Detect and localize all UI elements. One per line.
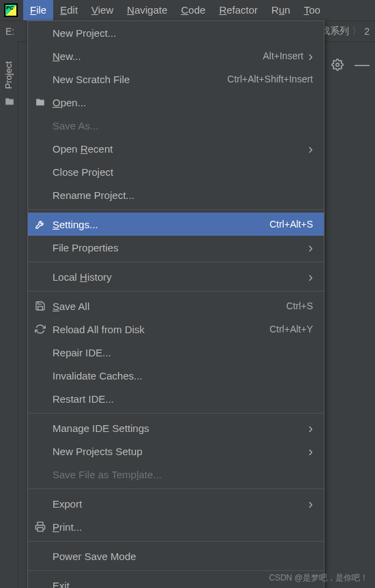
menu-item-label: Close Project	[52, 166, 313, 178]
menu-item-label: File Properties	[52, 242, 303, 253]
menu-item-export[interactable]: Export›	[28, 492, 324, 515]
menu-item-new[interactable]: New...Alt+Insert›	[28, 44, 324, 67]
menu-item-label: Save As...	[52, 120, 313, 131]
project-tool-tab[interactable]: Project	[3, 61, 14, 89]
chevron-right-icon: ›	[303, 420, 313, 436]
menu-item-label: New Projects Setup	[52, 446, 303, 457]
breadcrumb-drive: E:	[5, 26, 14, 37]
menu-file[interactable]: File	[23, 0, 53, 20]
menu-item-shortcut: Alt+Insert	[262, 50, 303, 61]
menu-item-label: New Project...	[52, 27, 313, 39]
breadcrumb-part[interactable]: 戏系列	[320, 25, 349, 37]
file-menu-dropdown: New Project...New...Alt+Insert›New Scrat…	[27, 20, 325, 588]
menu-item-shortcut: Ctrl+Alt+Y	[269, 324, 313, 335]
minimize-icon[interactable]: —	[355, 61, 370, 68]
menubar: PC FileEditViewNavigateCodeRefactorRunTo…	[0, 0, 375, 21]
menu-item-save-all[interactable]: Save AllCtrl+S	[28, 294, 324, 318]
chevron-right-icon: ›	[303, 269, 313, 285]
menu-item-repair-ide[interactable]: Repair IDE...	[28, 341, 324, 364]
toolbar-right: —	[331, 59, 370, 71]
menu-item-rename-project[interactable]: Rename Project...	[28, 183, 324, 206]
menu-item-shortcut: Ctrl+S	[286, 300, 313, 311]
tool-window-rail: Project	[0, 41, 18, 588]
menu-separator	[28, 209, 324, 210]
menu-refactor[interactable]: Refactor	[212, 0, 265, 20]
menu-item-label: Open...	[52, 97, 313, 108]
menu-code[interactable]: Code	[175, 0, 213, 20]
menu-item-save-as: Save As...	[28, 114, 324, 137]
folder-icon	[35, 97, 48, 107]
save-icon	[35, 300, 48, 311]
menu-separator	[28, 489, 324, 489]
menu-item-invalidate-caches[interactable]: Invalidate Caches...	[28, 364, 324, 387]
menu-navigate[interactable]: Navigate	[120, 0, 174, 20]
menu-edit[interactable]: Edit	[53, 0, 85, 20]
svg-point-0	[336, 63, 340, 67]
menu-item-print[interactable]: Print...	[28, 515, 324, 538]
menu-item-settings[interactable]: Settings...Ctrl+Alt+S	[28, 213, 324, 236]
gear-icon[interactable]	[331, 59, 344, 71]
menu-item-label: Reload All from Disk	[52, 324, 269, 335]
menu-item-new-project[interactable]: New Project...	[28, 21, 324, 44]
menu-separator	[28, 570, 324, 571]
breadcrumb: E:	[5, 26, 14, 37]
menu-item-label: Save File as Template...	[52, 469, 313, 480]
menu-item-label: Rename Project...	[52, 189, 313, 201]
menu-item-label: Manage IDE Settings	[52, 422, 303, 434]
svg-rect-1	[38, 527, 43, 531]
menu-item-shortcut: Ctrl+Alt+Shift+Insert	[227, 74, 313, 84]
chevron-right-icon: ›	[303, 444, 313, 459]
menu-view[interactable]: View	[85, 0, 120, 20]
chevron-right-icon: ›	[303, 48, 313, 64]
menu-separator	[28, 541, 324, 542]
watermark: CSDN @是梦吧，是你吧！	[269, 572, 368, 584]
menu-item-label: Open Recent	[52, 143, 303, 155]
menu-item-open[interactable]: Open...	[28, 91, 324, 114]
menu-item-local-history[interactable]: Local History›	[28, 265, 324, 288]
reload-icon	[35, 324, 48, 335]
menu-item-new-scratch-file[interactable]: New Scratch FileCtrl+Alt+Shift+Insert	[28, 67, 324, 91]
menu-item-open-recent[interactable]: Open Recent›	[28, 137, 324, 160]
menu-item-label: Save All	[52, 300, 286, 312]
menu-item-close-project[interactable]: Close Project	[28, 160, 324, 183]
chevron-right-icon: ›	[303, 141, 313, 157]
breadcrumb-separator-icon: 〉	[352, 25, 361, 37]
menu-separator	[28, 262, 324, 262]
menu-item-shortcut: Ctrl+Alt+S	[269, 219, 313, 230]
menu-tools[interactable]: Too	[297, 0, 327, 20]
breadcrumb-part[interactable]: 2	[364, 26, 370, 37]
menu-item-file-properties[interactable]: File Properties›	[28, 236, 324, 259]
pycharm-logo-icon: PC	[4, 3, 18, 17]
menu-item-label: New Scratch File	[52, 74, 227, 85]
menu-item-label: Repair IDE...	[52, 347, 313, 358]
chevron-right-icon: ›	[303, 496, 313, 512]
wrench-icon	[35, 219, 48, 230]
menu-item-label: Power Save Mode	[52, 551, 313, 562]
menu-item-new-projects-setup[interactable]: New Projects Setup›	[28, 439, 324, 463]
chevron-right-icon: ›	[303, 240, 313, 256]
menu-item-label: New...	[52, 50, 262, 62]
menu-separator	[28, 291, 324, 292]
menu-separator	[28, 413, 324, 414]
menu-item-power-save-mode[interactable]: Power Save Mode	[28, 544, 324, 568]
menu-item-label: Export	[52, 498, 303, 510]
menu-item-save-file-as-template: Save File as Template...	[28, 463, 324, 486]
folder-icon[interactable]	[4, 97, 18, 106]
print-icon	[35, 521, 48, 532]
menu-item-label: Print...	[52, 521, 313, 533]
menu-item-restart-ide[interactable]: Restart IDE...	[28, 387, 324, 410]
menu-item-manage-ide-settings[interactable]: Manage IDE Settings›	[28, 416, 324, 439]
menu-item-label: Restart IDE...	[52, 393, 313, 405]
menu-item-reload-all-from-disk[interactable]: Reload All from DiskCtrl+Alt+Y	[28, 318, 324, 341]
menu-run[interactable]: Run	[265, 0, 297, 20]
menu-item-label: Settings...	[52, 219, 269, 230]
menu-item-label: Invalidate Caches...	[52, 370, 313, 382]
menu-item-label: Local History	[52, 271, 303, 283]
